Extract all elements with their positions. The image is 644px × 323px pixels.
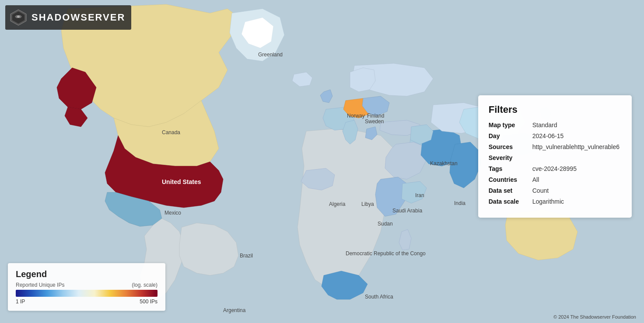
filter-label: Map type (489, 122, 532, 129)
copyright: © 2024 The Shadowserver Foundation (553, 314, 636, 320)
filter-value: All (532, 176, 539, 183)
filter-row: Sourceshttp_vulnerablehttp_vulnerable6 (489, 143, 620, 150)
filter-rows-container: Map typeStandardDay2024-06-15Sourceshttp… (489, 122, 620, 205)
logo: SHADOWSERVER (5, 5, 131, 30)
shadowserver-logo-icon (9, 8, 28, 27)
legend-title: Legend (16, 269, 158, 279)
filter-value: Logarithmic (532, 198, 564, 205)
legend-subtitle-row: Reported Unique IPs (log. scale) (16, 282, 158, 288)
filter-value: cve-2024-28995 (532, 165, 577, 172)
filter-row: Day2024-06-15 (489, 132, 620, 139)
filters-title: Filters (489, 104, 620, 115)
legend-label-max: 500 IPs (140, 299, 158, 305)
filter-label: Tags (489, 165, 532, 172)
filter-row: CountriesAll (489, 176, 620, 183)
filter-value: Count (532, 187, 549, 194)
filter-value: Standard (532, 122, 557, 129)
filter-label: Data set (489, 187, 532, 194)
filter-value: http_vulnerablehttp_vulnerable6 (532, 143, 620, 150)
legend-gradient (16, 290, 158, 297)
filter-label: Data scale (489, 198, 532, 205)
legend-panel: Legend Reported Unique IPs (log. scale) … (8, 263, 165, 311)
filter-label: Day (489, 132, 532, 139)
filter-label: Severity (489, 154, 532, 161)
legend-label-min: 1 IP (16, 299, 25, 305)
filter-row: Data setCount (489, 187, 620, 194)
filters-panel: Filters Map typeStandardDay2024-06-15Sou… (478, 95, 632, 218)
filter-row: Data scaleLogarithmic (489, 198, 620, 205)
filter-row: Tagscve-2024-28995 (489, 165, 620, 172)
filter-label: Sources (489, 143, 532, 150)
logo-text: SHADOWSERVER (32, 12, 125, 23)
svg-point-3 (17, 15, 20, 18)
legend-labels: 1 IP 500 IPs (16, 299, 158, 305)
legend-subtitle-left: Reported Unique IPs (16, 282, 64, 288)
filter-row: Map typeStandard (489, 122, 620, 129)
legend-subtitle-right: (log. scale) (132, 282, 158, 288)
filter-row: Severity (489, 154, 620, 161)
filter-label: Countries (489, 176, 532, 183)
filter-value: 2024-06-15 (532, 132, 564, 139)
